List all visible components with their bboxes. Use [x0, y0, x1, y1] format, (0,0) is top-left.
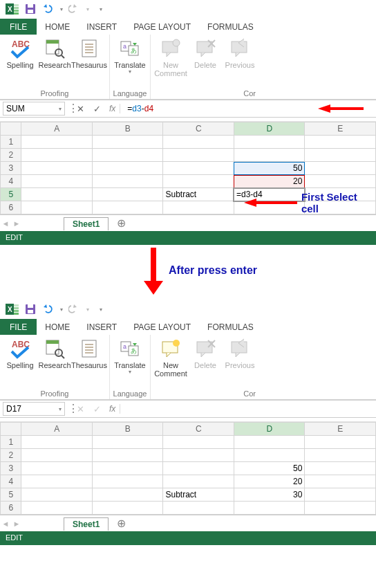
svg-text:X: X — [8, 306, 12, 313]
group-language: aあ Translate ▾ Language — [110, 35, 151, 99]
undo-dropdown-icon[interactable]: ▾ — [58, 302, 65, 317]
svg-rect-7 — [28, 4, 33, 8]
row-header-3[interactable]: 3 — [1, 162, 21, 175]
svg-rect-14 — [82, 40, 96, 57]
name-box-value: SUM — [6, 104, 25, 113]
col-header-A[interactable]: A — [21, 423, 93, 436]
sheet-tab-1[interactable]: Sheet1 — [64, 217, 109, 230]
tab-file[interactable]: FILE — [0, 318, 37, 335]
col-header-E[interactable]: E — [305, 122, 376, 136]
spelling-button[interactable]: ABC Spelling — [3, 36, 37, 89]
col-header-D[interactable]: D — [234, 122, 305, 136]
research-button[interactable]: Research — [37, 36, 72, 89]
save-icon[interactable] — [22, 302, 39, 317]
col-header-C[interactable]: C — [163, 423, 234, 436]
enter-formula-icon: ✓ — [88, 404, 105, 414]
language-group-label: Language — [113, 89, 147, 99]
translate-button[interactable]: aあ Translate ▾ — [113, 36, 147, 89]
excel-logo-icon: X — [4, 302, 21, 317]
row-header-2[interactable]: 2 — [1, 149, 21, 162]
excel-window-after: X ▾ ▾ ▾ FILE HOME INSERT PAGE LAYOUT FOR… — [0, 300, 376, 545]
worksheet-grid-2[interactable]: A B C D E 1 2 350 420 5Subtract30 6 — [0, 422, 376, 515]
svg-rect-2 — [14, 4, 19, 6]
arrow-select-cell-annotation: First Select cell — [244, 191, 376, 214]
row-header-6[interactable]: 6 — [1, 502, 21, 515]
sheet-nav-prev-icon[interactable]: ◄ — [0, 219, 11, 228]
svg-line-42 — [62, 356, 64, 358]
tab-formulas[interactable]: FORMULAS — [199, 18, 262, 35]
thesaurus-button[interactable]: Thesaurus — [72, 36, 106, 89]
add-sheet-icon[interactable]: ⊕ — [113, 217, 129, 230]
comments-group-label-cut: Cor — [153, 89, 257, 99]
undo-dropdown-icon[interactable]: ▾ — [58, 1, 65, 17]
add-sheet-icon[interactable]: ⊕ — [113, 517, 129, 530]
quick-access-toolbar-2: X ▾ ▾ ▾ — [0, 300, 376, 318]
col-header-C[interactable]: C — [163, 122, 234, 136]
qat-customize-icon[interactable]: ▾ — [93, 1, 109, 17]
row-header-5[interactable]: 5 — [1, 188, 21, 201]
row-header-1[interactable]: 1 — [1, 136, 21, 149]
cell-D3[interactable]: 50 — [234, 462, 305, 475]
worksheet-grid[interactable]: A B C D E 1 2 350 420 5Subtract=d3-d4 6 … — [0, 122, 376, 214]
previous-comment-button: Previous — [223, 336, 257, 389]
svg-rect-33 — [14, 310, 19, 312]
spelling-button[interactable]: ABC Spelling — [3, 336, 37, 389]
qat-customize-icon[interactable]: ▾ — [93, 302, 109, 317]
undo-icon[interactable] — [40, 1, 57, 17]
svg-text:あ: あ — [131, 47, 137, 54]
tab-page-layout[interactable]: PAGE LAYOUT — [125, 18, 199, 35]
row-header-4[interactable]: 4 — [1, 475, 21, 488]
cancel-formula-icon[interactable]: ✕ — [72, 104, 88, 114]
row-header-2[interactable]: 2 — [1, 449, 21, 462]
cell-D3[interactable]: 50 — [234, 162, 305, 175]
fx-icon[interactable]: fx — [105, 404, 120, 414]
tab-insert[interactable]: INSERT — [78, 318, 125, 335]
cell-D5[interactable]: 30 — [234, 488, 305, 502]
col-header-B[interactable]: B — [92, 122, 163, 136]
cell-C5[interactable]: Subtract — [163, 188, 234, 201]
formula-bar-2: D17 ▾ ⋮ ✕ ✓ fx — [0, 400, 376, 418]
arrow-formula-annotation — [318, 104, 364, 113]
new-comment-button[interactable]: New Comment — [153, 336, 188, 389]
col-header-D[interactable]: D — [234, 423, 305, 436]
sheet-nav-next-icon[interactable]: ► — [11, 520, 22, 528]
translate-button[interactable]: aあ Translate ▾ — [113, 336, 147, 389]
tab-file[interactable]: FILE — [0, 18, 37, 35]
cell-D4[interactable]: 20 — [234, 475, 305, 488]
row-header-6[interactable]: 6 — [1, 201, 21, 214]
research-button[interactable]: Research — [37, 336, 72, 389]
previous-comment-button: Previous — [223, 36, 257, 89]
redo-icon — [66, 1, 83, 17]
sheet-nav-next-icon[interactable]: ► — [11, 219, 22, 228]
select-all-corner[interactable] — [1, 423, 21, 436]
cell-C5[interactable]: Subtract — [163, 488, 234, 502]
enter-formula-icon[interactable]: ✓ — [88, 104, 105, 114]
name-box-dropdown-icon[interactable]: ▾ — [59, 406, 62, 412]
row-header-4[interactable]: 4 — [1, 175, 21, 188]
name-box[interactable]: D17 ▾ — [3, 402, 65, 416]
tab-home[interactable]: HOME — [37, 318, 78, 335]
cell-D4[interactable]: 20 — [234, 175, 305, 188]
first-select-cell-label: First Select cell — [301, 191, 376, 214]
save-icon[interactable] — [22, 1, 39, 17]
name-box-dropdown-icon[interactable]: ▾ — [59, 106, 62, 112]
name-box[interactable]: SUM ▾ — [3, 102, 65, 116]
tab-page-layout[interactable]: PAGE LAYOUT — [125, 318, 199, 335]
thesaurus-button[interactable]: Thesaurus — [72, 336, 106, 389]
spelling-label: Spelling — [6, 61, 33, 69]
row-header-1[interactable]: 1 — [1, 436, 21, 449]
sheet-tab-1[interactable]: Sheet1 — [64, 517, 109, 531]
undo-icon[interactable] — [40, 302, 57, 317]
row-header-5[interactable]: 5 — [1, 488, 21, 502]
row-header-3[interactable]: 3 — [1, 462, 21, 475]
select-all-corner[interactable] — [1, 122, 21, 136]
tab-formulas[interactable]: FORMULAS — [199, 318, 262, 335]
tab-insert[interactable]: INSERT — [78, 18, 125, 35]
col-header-E[interactable]: E — [305, 423, 376, 436]
col-header-A[interactable]: A — [21, 122, 93, 136]
fx-icon[interactable]: fx — [105, 104, 120, 113]
sheet-nav-prev-icon[interactable]: ◄ — [0, 520, 11, 528]
tab-home[interactable]: HOME — [37, 18, 78, 35]
delete-label: Delete — [194, 61, 216, 69]
col-header-B[interactable]: B — [92, 423, 163, 436]
